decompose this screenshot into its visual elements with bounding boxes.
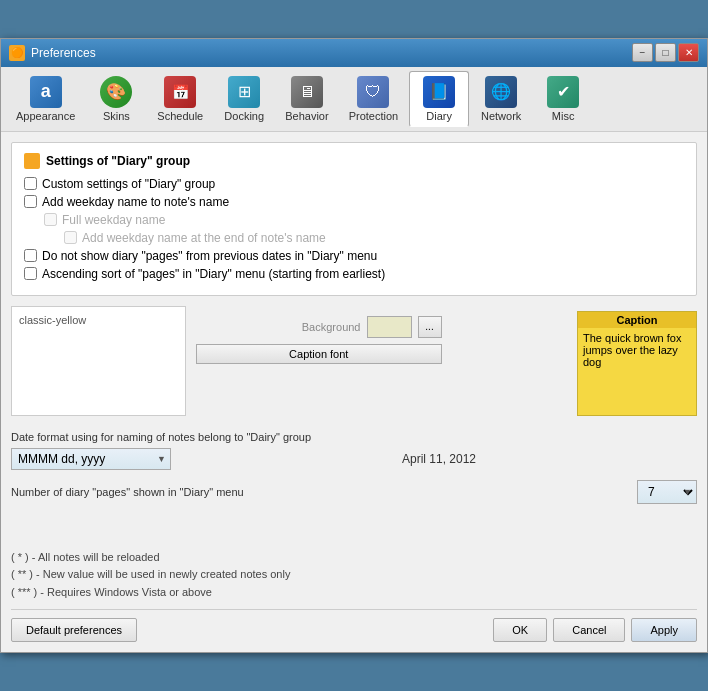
toolbar: a Appearance 🎨 Skins 📅 Schedule ⊞ Dockin… (1, 67, 707, 132)
network-icon: 🌐 (485, 76, 517, 108)
diary-settings-box: Settings of "Diary" group Custom setting… (11, 142, 697, 296)
close-button[interactable]: ✕ (678, 43, 699, 62)
date-format-select[interactable]: MMMM dd, yyyy (11, 448, 171, 470)
pages-section: Number of diary "pages" shown in "Diary"… (11, 480, 697, 504)
protection-icon: 🛡 (357, 76, 389, 108)
middle-section: classic-yellow Background ... Caption fo… (11, 306, 697, 421)
app-icon: 🟠 (9, 45, 25, 61)
skin-name: classic-yellow (16, 311, 181, 329)
checkbox-weekday: Add weekday name to note's name (24, 195, 684, 209)
note-preview: Caption The quick brown fox jumps over t… (577, 311, 697, 416)
date-format-row: MMMM dd, yyyy April 11, 2012 (11, 448, 697, 470)
checkbox-noprevious: Do not show diary "pages" from previous … (24, 249, 684, 263)
maximize-button[interactable]: □ (655, 43, 676, 62)
diary-section-icon (24, 153, 40, 169)
note-body: The quick brown fox jumps over the lazy … (578, 328, 696, 415)
appearance-icon: a (30, 76, 62, 108)
action-buttons: OK Cancel Apply (493, 618, 697, 642)
default-preferences-button[interactable]: Default preferences (11, 618, 137, 642)
background-controls: Background ... Caption font (196, 306, 442, 421)
title-bar: 🟠 Preferences − □ ✕ (1, 39, 707, 67)
cancel-button[interactable]: Cancel (553, 618, 625, 642)
skins-icon: 🎨 (100, 76, 132, 108)
caption-font-button[interactable]: Caption font (196, 344, 442, 364)
spacer (11, 519, 697, 549)
pages-select[interactable]: 3 5 7 10 14 30 (637, 480, 697, 504)
pages-label: Number of diary "pages" shown in "Diary"… (11, 486, 244, 498)
date-format-select-wrapper: MMMM dd, yyyy (11, 448, 171, 470)
endweekday-checkbox[interactable] (64, 231, 77, 244)
checkbox-ascending: Ascending sort of "pages" in "Diary" men… (24, 267, 684, 281)
ascending-checkbox[interactable] (24, 267, 37, 280)
tab-protection[interactable]: 🛡 Protection (340, 71, 408, 127)
diary-icon: 📘 (423, 76, 455, 108)
docking-icon: ⊞ (228, 76, 260, 108)
custom-checkbox[interactable] (24, 177, 37, 190)
browse-button[interactable]: ... (418, 316, 442, 338)
footer-notes: ( * ) - All notes will be reloaded ( ** … (11, 549, 697, 602)
weekday-checkbox[interactable] (24, 195, 37, 208)
tab-network[interactable]: 🌐 Network (471, 71, 531, 127)
skin-preview-box: classic-yellow (11, 306, 186, 416)
tab-skins[interactable]: 🎨 Skins (86, 71, 146, 127)
tab-behavior[interactable]: 🖥 Behavior (276, 71, 337, 127)
misc-icon: ✔ (547, 76, 579, 108)
tab-misc[interactable]: ✔ Misc (533, 71, 593, 127)
note-caption: Caption (578, 312, 696, 328)
diary-section-title: Settings of "Diary" group (24, 153, 684, 169)
tab-diary[interactable]: 📘 Diary (409, 71, 469, 127)
checkbox-endweekday: Add weekday name at the end of note's na… (24, 231, 684, 245)
pages-select-wrapper: 3 5 7 10 14 30 (637, 480, 697, 504)
fullweekday-checkbox[interactable] (44, 213, 57, 226)
date-format-label: Date format using for naming of notes be… (11, 431, 697, 443)
preferences-window: 🟠 Preferences − □ ✕ a Appearance 🎨 Skins… (0, 38, 708, 654)
tab-schedule[interactable]: 📅 Schedule (148, 71, 212, 127)
date-preview: April 11, 2012 (181, 452, 697, 466)
date-format-section: Date format using for naming of notes be… (11, 431, 697, 470)
background-color-swatch[interactable] (367, 316, 412, 338)
note-preview-area: Caption The quick brown fox jumps over t… (452, 306, 698, 421)
tab-docking[interactable]: ⊞ Docking (214, 71, 274, 127)
checkbox-custom: Custom settings of "Diary" group (24, 177, 684, 191)
minimize-button[interactable]: − (632, 43, 653, 62)
background-label: Background (196, 321, 361, 333)
noprevious-checkbox[interactable] (24, 249, 37, 262)
ok-button[interactable]: OK (493, 618, 547, 642)
window-title: Preferences (31, 46, 96, 60)
background-field-row: Background ... (196, 316, 442, 338)
behavior-icon: 🖥 (291, 76, 323, 108)
apply-button[interactable]: Apply (631, 618, 697, 642)
content-area: Settings of "Diary" group Custom setting… (1, 132, 707, 653)
tab-appearance[interactable]: a Appearance (7, 71, 84, 127)
checkbox-fullweekday: Full weekday name (24, 213, 684, 227)
schedule-icon: 📅 (164, 76, 196, 108)
bottom-bar: Default preferences OK Cancel Apply (11, 609, 697, 642)
